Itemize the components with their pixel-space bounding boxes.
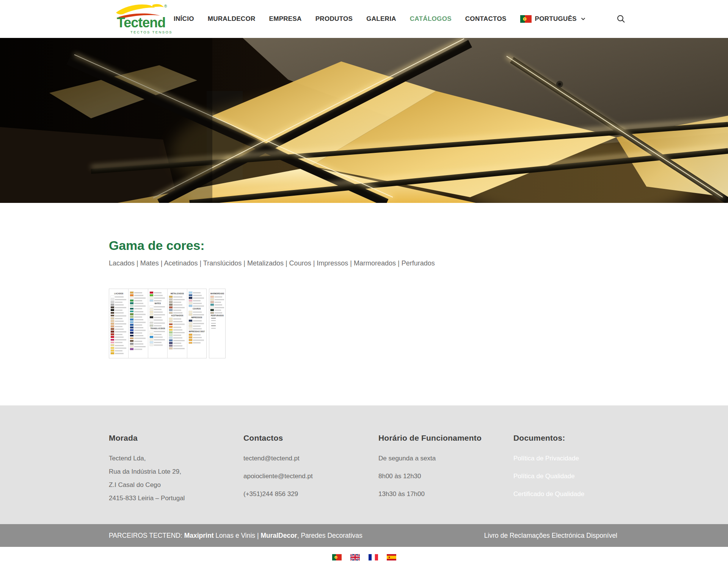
nav-item-produtos[interactable]: PRODUTOS [315, 15, 353, 23]
footer-line: 2415-833 Leiria – Portugal [109, 491, 243, 505]
color-swatch [111, 304, 114, 306]
nav-item-muraldecor[interactable]: MURALDECOR [208, 15, 256, 23]
color-swatch [150, 292, 153, 294]
color-swatch [130, 335, 133, 337]
color-swatch [169, 334, 173, 336]
chart-section-header-impressaodigital: IMPRESSÃO DIGITAL [189, 331, 205, 333]
color-swatch [130, 294, 133, 296]
color-swatch [150, 294, 153, 296]
chart-section-header-impressos: IMPRESSOS [189, 317, 205, 319]
color-swatch [111, 342, 114, 344]
language-selector[interactable]: PORTUGUÊS [520, 15, 585, 23]
color-swatch [189, 314, 192, 316]
footer-line: Rua da Indústria Lote 29, [109, 465, 243, 478]
color-swatch [210, 298, 214, 300]
nav-item-contactos[interactable]: CONTACTOS [465, 15, 507, 23]
color-swatch [130, 300, 133, 301]
color-swatch [189, 342, 192, 344]
site-header: ® Tectend TECTOS TENSOS INÍCIOMURALDECOR… [0, 0, 728, 38]
chart-section-header-perfurados: PERFURADOS [210, 315, 224, 317]
footer-line: Z.I Casal do Cego [109, 478, 243, 491]
chart-page-1: LACADOSMATESTRANSLÚCIDOSMETALIZADOSACETI… [109, 289, 207, 358]
color-swatch [169, 337, 173, 339]
color-swatch [111, 320, 114, 322]
chart-section-header-couros: COUROS [189, 308, 205, 310]
color-swatch [189, 336, 192, 338]
color-swatch [130, 316, 133, 318]
color-swatch [130, 343, 133, 345]
color-swatch [189, 334, 192, 336]
color-swatch [189, 300, 192, 301]
color-swatch [111, 350, 114, 352]
color-swatch [130, 340, 133, 342]
color-swatch [169, 329, 173, 331]
color-swatch [130, 345, 133, 347]
nav-item-inicio[interactable]: INÍCIO [174, 15, 194, 23]
color-swatch [111, 317, 114, 319]
color-swatch [130, 302, 133, 304]
color-swatch [169, 342, 173, 344]
color-chart-thumbnail[interactable]: LACADOSMATESTRANSLÚCIDOSMETALIZADOSACETI… [109, 289, 728, 358]
color-swatch [169, 320, 173, 322]
color-swatch [111, 325, 114, 327]
footer-link-politicadequalidade[interactable]: Política de Qualidade [513, 470, 648, 483]
color-swatch [189, 328, 192, 330]
footer-link-certificadodequalidade[interactable]: Certificado de Qualidade [513, 487, 648, 501]
color-swatch [111, 312, 114, 314]
color-swatch [111, 323, 114, 325]
chevron-down-icon [581, 17, 585, 20]
nav-item-empresa[interactable]: EMPRESA [269, 15, 302, 23]
chart-section-header-mates: MATES [150, 303, 166, 305]
united-kingdom-flag-icon [350, 554, 360, 561]
complaints-book-link[interactable]: Livro de Reclamações Electrónica Disponí… [484, 532, 617, 540]
partner-muraldecor: MuralDecor [260, 532, 297, 539]
footer-line: apoiocliente@tectend.pt [243, 470, 378, 483]
page: ® Tectend TECTOS TENSOS INÍCIOMURALDECOR… [0, 0, 728, 581]
footer-heading: Contactos [243, 433, 378, 443]
spain-flag-icon [387, 554, 396, 561]
color-swatch [169, 304, 173, 306]
color-swatch [169, 312, 173, 314]
color-swatch [150, 336, 153, 338]
color-swatch [169, 318, 173, 320]
footer-line: tectend@tectend.pt [243, 452, 378, 465]
logo-text: Tectend [117, 15, 165, 30]
color-swatch [150, 331, 153, 333]
color-swatch [111, 328, 114, 330]
footer-link-politicadeprivacidade[interactable]: Política de Privacidade [513, 452, 648, 465]
footer-line: De segunda a sexta [378, 452, 513, 465]
footer-column-horariodefuncionamento: Horário de FuncionamentoDe segunda a sex… [378, 433, 513, 505]
color-swatch [130, 332, 133, 334]
france-flag-icon [369, 554, 378, 561]
footer-column-documentos: Documentos:Política de PrivacidadePolíti… [513, 433, 648, 505]
flag-united-kingdom[interactable] [350, 554, 360, 561]
search-button[interactable] [617, 14, 626, 24]
nav-item-galeria[interactable]: GALERIA [366, 15, 396, 23]
color-swatch [130, 311, 133, 312]
partner-bar: PARCEIROS TECTEND: Maxiprint Lonas e Vin… [0, 524, 728, 547]
main-content: Gama de cores: Lacados | Mates | Acetina… [0, 203, 728, 405]
color-swatch [150, 341, 153, 343]
flag-france[interactable] [369, 554, 378, 561]
footer-column-contactos: Contactostectend@tectend.ptapoiocliente@… [243, 433, 378, 505]
chart-page-2: MARMOREADOSPERFURADOS [209, 289, 226, 358]
color-swatch [189, 325, 192, 327]
color-swatch [150, 306, 153, 308]
registered-mark: ® [164, 4, 167, 8]
color-swatch [189, 292, 192, 294]
color-swatch [169, 323, 173, 325]
footer-line: 8h00 às 12h30 [378, 470, 513, 483]
flag-spain[interactable] [387, 554, 396, 561]
logo[interactable]: ® Tectend TECTOS TENSOS [112, 2, 174, 36]
footer-heading: Morada [109, 433, 243, 443]
color-swatch [111, 331, 114, 333]
color-swatch [210, 312, 214, 314]
color-swatch [150, 325, 153, 327]
nav-item-catalogos[interactable]: CATÁLOGOS [410, 15, 452, 23]
color-swatch [111, 347, 114, 349]
tectend-logo-graphic: ® Tectend TECTOS TENSOS [112, 2, 174, 36]
color-swatch [189, 311, 192, 313]
flag-portugal[interactable] [332, 554, 342, 561]
footer-heading: Horário de Funcionamento [378, 433, 513, 443]
color-swatch [130, 297, 133, 299]
